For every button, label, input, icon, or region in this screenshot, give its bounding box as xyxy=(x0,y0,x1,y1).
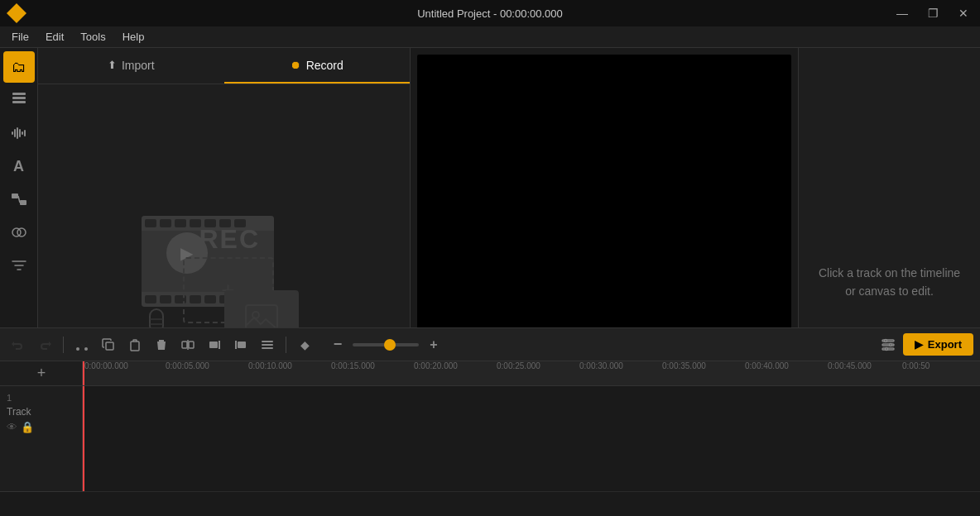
overlays-icon xyxy=(11,224,27,241)
svg-rect-1 xyxy=(12,101,26,103)
minimize-button[interactable]: — xyxy=(891,5,913,22)
split-button[interactable] xyxy=(176,333,199,356)
svg-point-23 xyxy=(76,347,79,351)
menu-help[interactable]: Help xyxy=(114,29,153,45)
svg-point-13 xyxy=(17,228,26,236)
svg-line-11 xyxy=(18,196,20,203)
trim-end-button[interactable] xyxy=(229,333,252,356)
export-label: Export xyxy=(928,338,962,351)
marker-icon: ◆ xyxy=(300,338,310,351)
svg-rect-3 xyxy=(12,131,13,135)
sidebar-item-audio[interactable] xyxy=(3,117,35,149)
undo-icon xyxy=(12,338,25,351)
sidebar-item-media[interactable]: 🗂 xyxy=(3,51,35,83)
film-hole xyxy=(175,219,186,227)
titlebar: Untitled Project - 00:00:00.000 — ❐ ✕ xyxy=(0,0,980,26)
svg-rect-5 xyxy=(17,127,18,139)
menubar: File Edit Tools Help xyxy=(0,26,980,48)
export-button[interactable]: ▶ Export xyxy=(903,333,973,356)
zoom-in-icon: + xyxy=(430,337,437,352)
sidebar-item-filters[interactable] xyxy=(3,250,35,281)
track-label-row: 1 Track 👁 🔒 xyxy=(0,386,82,492)
more-options-button[interactable] xyxy=(256,333,279,356)
copy-button[interactable] xyxy=(97,333,120,356)
svg-rect-2 xyxy=(12,93,26,95)
tab-record[interactable]: ⏺ Record xyxy=(224,48,411,84)
svg-rect-28 xyxy=(189,342,194,348)
menu-edit[interactable]: Edit xyxy=(37,29,72,45)
record-tab-label: Record xyxy=(306,59,343,72)
track-number: 1 xyxy=(7,393,75,403)
maximize-button[interactable]: ❐ xyxy=(923,5,944,22)
track-row xyxy=(83,386,980,492)
menu-file[interactable]: File xyxy=(3,29,37,45)
sidebar-item-transitions[interactable] xyxy=(3,184,35,215)
track-name: Track xyxy=(7,406,75,418)
trim-start-button[interactable] xyxy=(203,333,226,356)
sidebar-item-overlays[interactable] xyxy=(3,217,35,248)
svg-point-42 xyxy=(885,347,887,350)
layers-icon xyxy=(11,92,27,108)
cut-button[interactable] xyxy=(70,333,94,356)
timeline-ruler: 0:00:00.000 0:00:05.000 0:00:10.000 0:00… xyxy=(83,361,980,386)
track-lock-button[interactable]: 🔒 xyxy=(21,421,34,433)
ruler-mark-0: 0:00:00.000 xyxy=(84,361,128,370)
more-icon xyxy=(261,338,274,351)
settings-button[interactable] xyxy=(877,333,900,356)
close-button[interactable]: ✕ xyxy=(954,5,973,22)
zoom-out-icon: − xyxy=(334,336,343,353)
track-content-area: 0:00:00.000 0:00:05.000 0:00:10.000 0:00… xyxy=(83,361,980,492)
menu-tools[interactable]: Tools xyxy=(72,29,113,45)
paste-button[interactable] xyxy=(123,333,147,356)
toolbar-separator-2 xyxy=(286,337,286,353)
track-content xyxy=(83,386,980,492)
properties-hint: Click a track on the timeline or canvas … xyxy=(812,264,967,301)
undo-button[interactable] xyxy=(7,333,30,356)
track-playhead xyxy=(83,386,84,491)
track-labels: + 1 Track 👁 🔒 xyxy=(0,361,83,492)
svg-rect-27 xyxy=(182,342,187,348)
copy-icon xyxy=(102,338,115,351)
window-controls: — ❐ ✕ xyxy=(891,5,973,22)
delete-button[interactable] xyxy=(150,333,173,356)
timeline-section: ◆ − + ▶ Export xyxy=(0,327,980,516)
svg-rect-26 xyxy=(131,342,139,351)
tab-import[interactable]: ⬆ Import xyxy=(38,48,224,84)
svg-rect-36 xyxy=(262,347,273,349)
svg-point-41 xyxy=(889,343,891,346)
track-visibility-button[interactable]: 👁 xyxy=(7,421,17,433)
settings-icon xyxy=(881,337,896,352)
trim-start-icon xyxy=(208,338,221,351)
film-hole xyxy=(160,295,171,303)
rec-badge: REC xyxy=(199,224,261,255)
timeline-tracks: + 1 Track 👁 🔒 0:00:00. xyxy=(0,361,980,492)
film-hole xyxy=(145,295,156,303)
add-track-button[interactable]: + xyxy=(0,361,83,386)
toolbar-separator xyxy=(63,337,64,353)
paste-icon xyxy=(128,338,142,351)
track-icons: 👁 🔒 xyxy=(7,421,75,433)
zoom-in-button[interactable]: + xyxy=(422,333,445,356)
import-icon: ⬆ xyxy=(108,59,117,71)
sidebar-item-text[interactable]: A xyxy=(3,150,35,182)
trim-end-icon xyxy=(234,338,247,351)
import-tab-label: Import xyxy=(122,59,155,72)
add-track-icon: + xyxy=(37,365,46,382)
ruler-mark-5: 0:00:05.000 xyxy=(166,361,209,370)
zoom-controls: − + xyxy=(326,333,445,356)
redo-button[interactable] xyxy=(33,333,56,356)
folder-icon: 🗂 xyxy=(12,59,26,76)
sidebar-item-effects[interactable] xyxy=(3,84,35,116)
zoom-slider[interactable] xyxy=(353,343,419,346)
svg-rect-32 xyxy=(238,342,246,348)
svg-point-24 xyxy=(84,347,88,351)
transitions-icon xyxy=(11,191,27,208)
timeline-toolbar: ◆ − + ▶ Export xyxy=(0,328,980,361)
svg-rect-7 xyxy=(22,131,23,135)
zoom-out-button[interactable]: − xyxy=(326,333,349,356)
track-label-item: 1 Track 👁 🔒 xyxy=(0,386,82,492)
marker-button[interactable]: ◆ xyxy=(293,333,316,356)
svg-rect-34 xyxy=(262,341,273,342)
ruler-mark-40: 0:00:40.000 xyxy=(745,361,789,370)
film-hole xyxy=(145,219,156,227)
